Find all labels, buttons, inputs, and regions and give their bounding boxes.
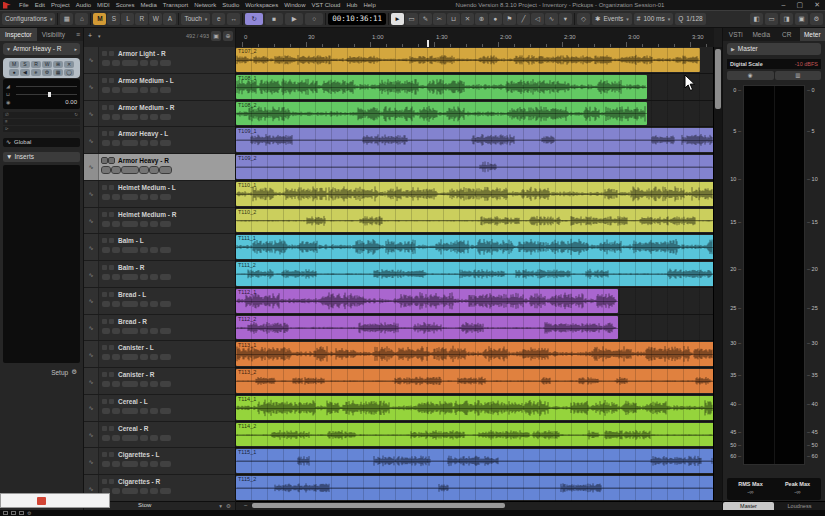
- play-audition-tool[interactable]: ◁: [531, 13, 544, 25]
- draw-tool[interactable]: ✎: [419, 13, 432, 25]
- monitor-button[interactable]: [112, 221, 120, 227]
- play-button[interactable]: ▶: [285, 13, 303, 25]
- range-selection-tool[interactable]: ▭: [405, 13, 418, 25]
- solo-button[interactable]: [109, 372, 114, 377]
- color-tool[interactable]: ▾: [559, 13, 572, 25]
- overlay-window[interactable]: [0, 493, 110, 508]
- monitor-button[interactable]: [112, 194, 120, 200]
- track-row-helmet-medium-l[interactable]: ∿Helmet Medium - L: [84, 181, 235, 208]
- write-automation-button[interactable]: [150, 167, 158, 173]
- record-enable-button[interactable]: [102, 408, 110, 414]
- read-automation-button[interactable]: [140, 461, 148, 467]
- audio-event[interactable]: T107_2: [236, 48, 700, 72]
- mute-button[interactable]: [102, 319, 107, 324]
- taskbar-window-icon[interactable]: [19, 511, 24, 515]
- track-fader-mini[interactable]: [122, 60, 138, 66]
- read-automation-button[interactable]: [140, 60, 148, 66]
- track-row-armor-medium-l[interactable]: ∿Armor Medium - L: [84, 74, 235, 101]
- state-button-r[interactable]: R: [135, 13, 148, 25]
- solo-button[interactable]: [109, 212, 114, 217]
- mute-button[interactable]: [102, 345, 107, 350]
- record-enable-button[interactable]: [102, 114, 110, 120]
- read-automation-button[interactable]: [140, 381, 148, 387]
- stop-button[interactable]: ■: [265, 13, 283, 25]
- monitor-button[interactable]: [112, 461, 120, 467]
- audio-event[interactable]: T111_2: [236, 262, 714, 286]
- track-lane-armor-light-r[interactable]: T107_2: [236, 47, 714, 74]
- menu-audio[interactable]: Audio: [73, 0, 94, 10]
- audio-event[interactable]: T110_1: [236, 182, 714, 206]
- track-fader-mini[interactable]: [122, 114, 138, 120]
- track-options-button[interactable]: [160, 60, 171, 66]
- zoom-tool[interactable]: ⊕: [475, 13, 488, 25]
- read-automation-button[interactable]: [140, 247, 148, 253]
- tab-vsti[interactable]: VSTi: [723, 28, 749, 41]
- write-automation-button[interactable]: [150, 194, 158, 200]
- minimize-button[interactable]: –: [782, 0, 786, 10]
- track-chip-button[interactable]: ◯: [64, 69, 74, 76]
- track-lane-cigarettes-l[interactable]: T115_1: [236, 448, 714, 475]
- track-options-button[interactable]: [160, 381, 171, 387]
- track-fader-mini[interactable]: [122, 274, 138, 280]
- record-enable-button[interactable]: [102, 194, 110, 200]
- menu-network[interactable]: Network: [191, 0, 219, 10]
- track-fader-mini[interactable]: [122, 167, 138, 173]
- monitor-button[interactable]: [112, 435, 120, 441]
- record-enable-button[interactable]: [102, 60, 110, 66]
- glue-tool[interactable]: ⊔: [447, 13, 460, 25]
- track-row-canister-l[interactable]: ∿Canister - L: [84, 341, 235, 368]
- solo-button[interactable]: [109, 185, 114, 190]
- record-enable-button[interactable]: [102, 461, 110, 467]
- menu-media[interactable]: Media: [137, 0, 159, 10]
- taskbar-window-icon[interactable]: [3, 511, 8, 515]
- timeline-ruler[interactable]: 0301:001:302:002:303:003:30: [236, 28, 714, 48]
- pan-slider[interactable]: [16, 94, 77, 95]
- menu-workspaces[interactable]: Workspaces: [242, 0, 281, 10]
- state-button-m[interactable]: M: [93, 13, 106, 25]
- mute-button[interactable]: [102, 131, 107, 136]
- track-options-button[interactable]: [160, 221, 171, 227]
- mute-tool[interactable]: ●: [489, 13, 502, 25]
- monitor-button[interactable]: [112, 328, 120, 334]
- monitor-button[interactable]: [112, 60, 120, 66]
- track-options-button[interactable]: [160, 408, 171, 414]
- mute-button[interactable]: [102, 426, 107, 431]
- track-fader-mini[interactable]: [122, 354, 138, 360]
- maximize-button[interactable]: ▢: [797, 0, 804, 10]
- track-lane-balm-l[interactable]: T111_1: [236, 234, 714, 261]
- write-automation-button[interactable]: [150, 274, 158, 280]
- channel-row[interactable]: ⊳: [3, 126, 80, 132]
- track-visibility-button[interactable]: ▣: [211, 31, 221, 41]
- track-lane-canister-l[interactable]: T113_1: [236, 341, 714, 368]
- monitor-button[interactable]: [112, 408, 120, 414]
- solo-button[interactable]: [109, 399, 114, 404]
- menu-midi[interactable]: MIDI: [94, 0, 113, 10]
- mute-button[interactable]: [102, 452, 107, 457]
- read-automation-button[interactable]: [140, 408, 148, 414]
- track-row-balm-r[interactable]: ∿Balm - R: [84, 261, 235, 288]
- track-row-bread-l[interactable]: ∿Bread - L: [84, 288, 235, 315]
- solo-button[interactable]: [109, 78, 114, 83]
- find-track-button[interactable]: ⊕: [223, 31, 233, 41]
- track-options-button[interactable]: [160, 194, 171, 200]
- read-automation-button[interactable]: [140, 140, 148, 146]
- left-zone-button[interactable]: ◧: [750, 13, 763, 25]
- track-chip-button[interactable]: M: [9, 61, 19, 68]
- mute-button[interactable]: [102, 51, 107, 56]
- quantize-dropdown[interactable]: Q 1/128: [675, 13, 705, 25]
- track-lane-helmet-medium-r[interactable]: T110_2: [236, 208, 714, 235]
- track-options-button[interactable]: [160, 328, 171, 334]
- audio-event[interactable]: T114_2: [236, 423, 714, 447]
- track-fader-mini[interactable]: [122, 247, 138, 253]
- track-options-button[interactable]: [160, 488, 171, 494]
- write-automation-button[interactable]: [150, 87, 158, 93]
- track-row-armor-heavy-r[interactable]: ∿Armor Heavy - R: [84, 154, 235, 181]
- audio-event[interactable]: T112_2: [236, 316, 618, 340]
- track-row-armor-light-r[interactable]: ∿Armor Light - R: [84, 47, 235, 74]
- auto-scroll-button[interactable]: ↔: [227, 13, 240, 25]
- record-enable-button[interactable]: [102, 167, 110, 173]
- solo-button[interactable]: [109, 158, 114, 163]
- erase-tool[interactable]: ✕: [461, 13, 474, 25]
- menu-file[interactable]: File: [16, 0, 32, 10]
- track-row-canister-r[interactable]: ∿Canister - R: [84, 368, 235, 395]
